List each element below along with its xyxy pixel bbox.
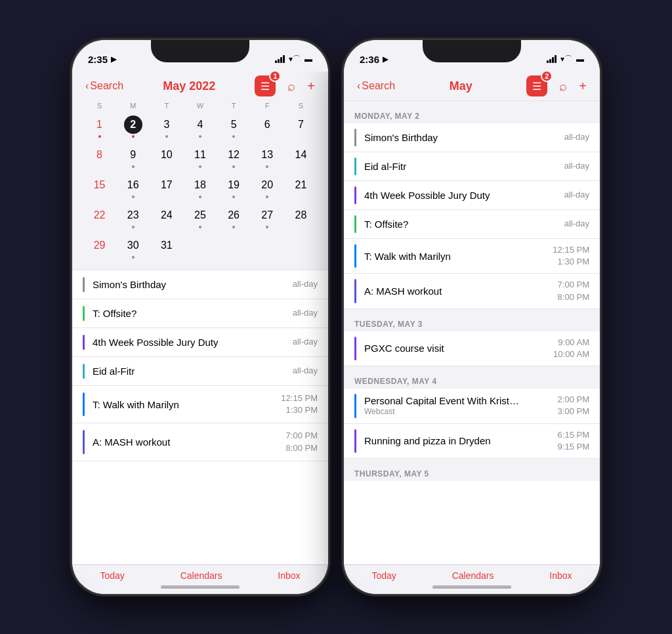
tab-bar-1: Today Calendars Inbox — [72, 564, 328, 594]
tab-inbox-1[interactable]: Inbox — [278, 570, 300, 581]
cal-day-may30[interactable]: 30 — [116, 234, 150, 264]
back-button-2[interactable]: ‹ Search — [357, 80, 395, 92]
list-event-offsite[interactable]: T: Offsite? all-day — [344, 210, 600, 239]
cal-day-may22[interactable]: 22 — [83, 204, 116, 234]
cal-day-may18[interactable]: 18 — [183, 174, 217, 204]
list-event-pgxc[interactable]: PGXC course visit 9:00 AM 10:00 AM — [344, 331, 600, 366]
event-offsite[interactable]: T: Offsite? all-day — [72, 299, 328, 328]
section-header-wed: WEDNESDAY, MAY 4 — [344, 366, 600, 389]
cal-day-may20[interactable]: 20 — [251, 174, 284, 204]
cal-day-may25[interactable]: 25 — [183, 204, 217, 234]
event-time-5: 12:15 PM 1:30 PM — [281, 392, 318, 416]
event-time-6: 7:00 PM 8:00 PM — [286, 430, 318, 454]
cal-day-may24[interactable]: 24 — [150, 204, 183, 234]
cal-day-may9[interactable]: 9 — [116, 144, 150, 174]
event-indicator-3 — [83, 335, 85, 350]
search-button-2[interactable]: ⌕ — [559, 79, 567, 94]
list-event-content-1: Simon's Birthday all-day — [364, 129, 589, 146]
event-title-2: T: Offsite? — [93, 308, 136, 319]
cal-day-may26[interactable]: 26 — [217, 204, 251, 234]
list-event-time-1: all-day — [564, 131, 589, 143]
list-event-time-3: all-day — [564, 189, 589, 201]
event-simons-birthday[interactable]: Simon's Birthday all-day — [72, 270, 328, 299]
list-event-time-4: all-day — [564, 218, 589, 230]
status-time-2: 2:36 ▶ — [360, 54, 388, 65]
cal-day-may14[interactable]: 14 — [284, 144, 318, 174]
cal-day-may12[interactable]: 12 — [217, 144, 251, 174]
event-mash-workout[interactable]: A: MASH workout 7:00 PM 8:00 PM — [72, 423, 328, 461]
tab-inbox-2[interactable]: Inbox — [549, 570, 572, 581]
tab-calendars-2[interactable]: Calendars — [452, 570, 494, 581]
list-view-container: MONDAY, MAY 2 Simon's Birthday all-day E… — [344, 100, 600, 564]
event-content-1: Simon's Birthday all-day — [93, 277, 318, 292]
list-view-button-2[interactable]: ☰ 2 — [526, 75, 547, 96]
nav-bar-2: ‹ Search May ☰ 2 ⌕ + — [344, 72, 600, 100]
cal-day-may8[interactable]: 8 — [83, 144, 116, 174]
section-header-mon: MONDAY, MAY 2 — [344, 101, 600, 123]
cal-day-may17[interactable]: 17 — [150, 174, 183, 204]
cal-day-may4[interactable]: 4 — [183, 114, 217, 144]
list-view-button[interactable]: ☰ 1 — [255, 75, 276, 96]
cal-day-may15[interactable]: 15 — [83, 174, 116, 204]
tab-bar-2: Today Calendars Inbox — [344, 564, 600, 594]
cal-day-may6[interactable]: 6 — [251, 114, 284, 144]
list-event-eid[interactable]: Eid al-Fitr all-day — [344, 152, 600, 181]
event-eid[interactable]: Eid al-Fitr all-day — [72, 357, 328, 386]
tab-today-1[interactable]: Today — [100, 570, 124, 581]
list-event-content-4: T: Offsite? all-day — [364, 215, 589, 233]
cal-day-may27[interactable]: 27 — [251, 204, 284, 234]
wifi-icon-2: ▾⌒ — [560, 54, 572, 65]
weekday-labels: S M T W T F S — [83, 100, 318, 111]
cal-day-may23[interactable]: 23 — [116, 204, 150, 234]
list-event-title-7: PGXC course visit — [364, 343, 444, 354]
cal-day-empty2 — [217, 234, 251, 264]
cal-day-may13[interactable]: 13 — [251, 144, 284, 174]
wifi-icon: ▾⌒ — [289, 54, 301, 65]
cal-day-may29[interactable]: 29 — [83, 234, 116, 264]
event-walk-marilyn[interactable]: T: Walk with Marilyn 12:15 PM 1:30 PM — [72, 386, 328, 423]
cal-day-may1[interactable]: 1 — [83, 114, 116, 144]
back-button-1[interactable]: ‹ Search — [85, 80, 123, 92]
list-event-content-6: A: MASH workout 7:00 PM 8:00 PM — [364, 279, 589, 303]
cal-day-may28[interactable]: 28 — [284, 204, 318, 234]
list-event-title-4: T: Offsite? — [364, 219, 408, 230]
list-event-title-8: Personal Capital Event With Krist… — [364, 395, 519, 406]
cal-day-empty4 — [284, 234, 318, 264]
list-event-mash[interactable]: A: MASH workout 7:00 PM 8:00 PM — [344, 274, 600, 308]
list-event-time-7: 9:00 AM 10:00 AM — [553, 337, 589, 360]
tab-calendars-1[interactable]: Calendars — [180, 570, 222, 581]
cal-day-may19[interactable]: 19 — [217, 174, 251, 204]
cal-day-may10[interactable]: 10 — [150, 144, 183, 174]
tab-today-2[interactable]: Today — [371, 570, 396, 581]
event-title-3: 4th Week Possible Jury Duty — [93, 337, 218, 348]
list-event-content-3: 4th Week Possible Jury Duty all-day — [364, 186, 589, 204]
badge-2: 2 — [541, 70, 553, 82]
cal-day-may21[interactable]: 21 — [284, 174, 318, 204]
list-event-capital[interactable]: Personal Capital Event With Krist… Webca… — [344, 389, 600, 423]
list-event-jury[interactable]: 4th Week Possible Jury Duty all-day — [344, 181, 600, 210]
location-icon: ▶ — [111, 55, 116, 64]
cal-day-may3[interactable]: 3 — [150, 114, 183, 144]
list-event-content-7: PGXC course visit 9:00 AM 10:00 AM — [364, 337, 589, 360]
cal-day-may31[interactable]: 31 — [150, 234, 183, 264]
battery-icon-2: ▬ — [576, 54, 584, 64]
cal-day-may16[interactable]: 16 — [116, 174, 150, 204]
list-event-pizza[interactable]: Running and pizza in Dryden 6:15 PM 9:15… — [344, 424, 600, 459]
back-chevron-icon-1: ‹ — [85, 80, 89, 92]
add-button-2[interactable]: + — [579, 79, 587, 94]
list-event-time-6: 7:00 PM 8:00 PM — [558, 279, 589, 303]
cal-day-may11[interactable]: 11 — [183, 144, 217, 174]
signal-icon — [275, 55, 285, 63]
add-button-1[interactable]: + — [307, 79, 315, 94]
search-button-1[interactable]: ⌕ — [287, 79, 295, 94]
event-title-5: T: Walk with Marilyn — [93, 399, 179, 410]
event-jury-duty[interactable]: 4th Week Possible Jury Duty all-day — [72, 328, 328, 357]
list-event-simons-birthday[interactable]: Simon's Birthday all-day — [344, 123, 600, 152]
list-event-walk[interactable]: T: Walk with Marilyn 12:15 PM 1:30 PM — [344, 239, 600, 274]
list-event-time-5: 12:15 PM 1:30 PM — [553, 244, 589, 268]
cal-day-may7[interactable]: 7 — [284, 114, 318, 144]
list-event-content-9: Running and pizza in Dryden 6:15 PM 9:15… — [364, 429, 589, 453]
cal-day-may5[interactable]: 5 — [217, 114, 251, 144]
events-container-1: Simon's Birthday all-day T: Offsite? all… — [72, 270, 328, 564]
cal-day-may2[interactable]: 2 — [116, 114, 150, 144]
